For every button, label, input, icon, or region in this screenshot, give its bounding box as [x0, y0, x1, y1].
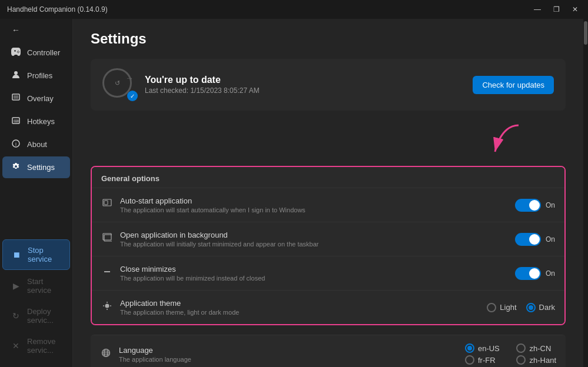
sidebar-item-start-service: ▶ Start service: [2, 271, 70, 301]
language-text: Language The application language: [119, 346, 191, 363]
open-background-control: On: [515, 233, 555, 246]
update-last-checked: Last checked: 1/15/2023 8:05:27 AM: [145, 86, 260, 95]
lang-zh-hant-radio[interactable]: [516, 355, 526, 365]
update-text: You're up to date Last checked: 1/15/202…: [145, 75, 260, 95]
window-controls: — ❐ ✕: [529, 3, 583, 16]
app-title: Handheld Companion (0.14.0.9): [7, 5, 108, 14]
close-minimizes-text: Close minimizes The application will be …: [120, 265, 265, 282]
sidebar-item-remove-service: ✕ Remove servic...: [2, 331, 70, 361]
app-body: ← Controller Profiles: [0, 19, 588, 367]
hotkeys-label: Hotkeys: [27, 117, 55, 126]
auto-start-text: Auto-start application The application w…: [120, 196, 305, 213]
open-background-row: Open application in background The appli…: [92, 222, 564, 256]
minimize-button[interactable]: —: [529, 3, 546, 16]
theme-dark-radio[interactable]: [526, 303, 536, 312]
sidebar-item-stop-service[interactable]: ⏹ Stop service: [2, 239, 70, 270]
theme-dark-option[interactable]: Dark: [526, 303, 555, 312]
settings-label: Settings: [27, 163, 55, 172]
sidebar-back-button[interactable]: ←: [2, 19, 70, 41]
app-theme-control: Light Dark: [487, 303, 555, 312]
app-theme-left: Application theme The application theme,…: [101, 299, 239, 316]
deploy-icon: ↻: [11, 311, 21, 321]
open-background-text: Open application in background The appli…: [120, 231, 319, 248]
auto-start-row: Auto-start application The application w…: [92, 188, 564, 222]
auto-start-title: Auto-start application: [120, 196, 305, 205]
open-background-desc: The application will initially start min…: [120, 241, 319, 248]
lang-zh-cn-label: zh-CN: [529, 344, 551, 353]
auto-start-desc: The application will start automatically…: [120, 206, 305, 213]
svg-rect-2: [14, 95, 18, 99]
arrow-svg: [483, 122, 530, 158]
close-minimizes-toggle[interactable]: [515, 267, 541, 280]
sidebar-item-about[interactable]: i About: [2, 134, 70, 155]
auto-start-icon: [101, 198, 113, 209]
open-background-title: Open application in background: [120, 231, 319, 239]
auto-start-toggle[interactable]: [515, 199, 541, 212]
profiles-label: Profiles: [27, 71, 52, 80]
clock-arrow-icon: →: [125, 74, 134, 83]
theme-light-radio[interactable]: [487, 303, 496, 312]
page-title: Settings: [91, 31, 566, 47]
close-minimizes-row: Close minimizes The application will be …: [92, 256, 564, 290]
sidebar-bottom: ⏹ Stop service ▶ Start service ↻ Deploy …: [0, 238, 72, 367]
start-icon: ▶: [11, 281, 21, 291]
close-button[interactable]: ✕: [567, 3, 583, 16]
app-theme-text: Application theme The application theme,…: [120, 299, 239, 316]
arrow-annotation: [91, 122, 566, 160]
scrollbar-track[interactable]: [583, 19, 588, 367]
general-options-title: General options: [92, 167, 564, 188]
about-icon: i: [11, 139, 21, 149]
lang-en-us-radio[interactable]: [465, 343, 474, 353]
settings-icon: [11, 162, 21, 172]
close-minimizes-toggle-label: On: [546, 269, 555, 278]
close-minimizes-title: Close minimizes: [120, 265, 265, 273]
general-options-section: General options Auto-start appl: [91, 166, 566, 325]
lang-zh-hant[interactable]: zh-Hant: [516, 355, 556, 365]
remove-icon: ✕: [11, 341, 21, 351]
restore-button[interactable]: ❐: [548, 3, 564, 16]
scrollbar-thumb[interactable]: [584, 21, 587, 45]
lang-fr-fr[interactable]: fr-FR: [465, 355, 505, 365]
lang-zh-cn-radio[interactable]: [516, 343, 526, 353]
theme-dark-dot: [529, 305, 533, 310]
svg-text:i: i: [15, 141, 16, 147]
theme-dark-label: Dark: [539, 303, 555, 312]
controller-label: Controller: [27, 48, 60, 57]
sidebar-item-settings[interactable]: Settings: [2, 156, 70, 178]
lang-fr-fr-radio[interactable]: [465, 355, 474, 365]
svg-point-0: [14, 71, 18, 75]
profiles-icon: [11, 71, 21, 81]
check-updates-button[interactable]: Check for updates: [473, 76, 554, 94]
open-background-toggle-label: On: [546, 235, 555, 243]
theme-light-option[interactable]: Light: [487, 303, 516, 312]
sidebar-item-hotkeys[interactable]: ⌨ Hotkeys: [2, 111, 70, 132]
overlay-label: Overlay: [27, 94, 54, 103]
language-desc: The application language: [119, 356, 191, 363]
lang-en-us[interactable]: en-US: [465, 343, 505, 353]
lang-fr-fr-label: fr-FR: [478, 356, 496, 365]
lang-zh-cn[interactable]: zh-CN: [516, 343, 556, 353]
update-info: ↺ → ✓ You're up to date Last checked: 1/…: [102, 68, 260, 101]
close-minimizes-control: On: [515, 267, 555, 280]
sidebar-item-deploy-service: ↻ Deploy servic...: [2, 301, 70, 331]
sidebar-item-overlay[interactable]: Overlay: [2, 88, 70, 109]
close-minimizes-icon: [101, 266, 113, 278]
check-badge-icon: ✓: [127, 91, 138, 101]
stop-icon: ⏹: [11, 250, 22, 259]
lang-en-us-dot: [467, 346, 472, 351]
sidebar: ← Controller Profiles: [0, 19, 73, 367]
language-icon: [100, 347, 112, 359]
sidebar-item-profiles[interactable]: Profiles: [2, 65, 70, 86]
language-row: Language The application language en-US: [91, 335, 566, 367]
open-background-toggle[interactable]: [515, 233, 541, 246]
svg-text:⌨: ⌨: [14, 119, 19, 123]
open-background-left: Open application in background The appli…: [101, 231, 319, 248]
app-theme-title: Application theme: [120, 299, 239, 308]
app-theme-desc: The application theme, light or dark mod…: [120, 309, 239, 316]
svg-point-13: [105, 304, 109, 308]
sidebar-item-controller[interactable]: Controller: [2, 42, 70, 64]
language-title: Language: [119, 346, 191, 355]
auto-start-left: Auto-start application The application w…: [101, 196, 305, 213]
app-theme-row: Application theme The application theme,…: [92, 290, 564, 324]
language-left: Language The application language: [100, 346, 191, 363]
